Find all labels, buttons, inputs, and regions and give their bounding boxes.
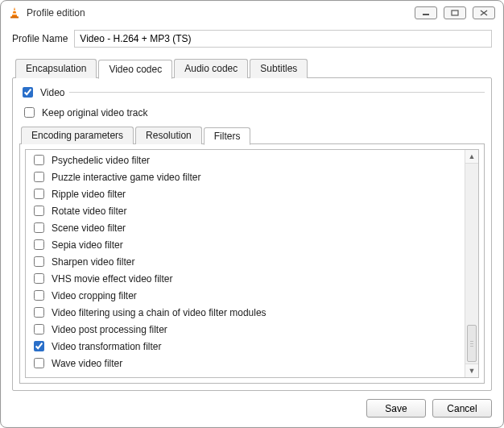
vlc-cone-icon <box>7 6 22 20</box>
scroll-up-arrow-icon[interactable]: ▲ <box>465 150 478 164</box>
filters-list: Psychedelic video filterPuzzle interacti… <box>26 150 465 377</box>
filter-item[interactable]: Video cropping filter <box>27 287 463 304</box>
titlebar: Profile edition <box>1 1 503 25</box>
filters-listbox: Psychedelic video filterPuzzle interacti… <box>25 149 479 378</box>
filter-label: Video transformation filter <box>52 340 162 353</box>
vertical-scrollbar[interactable]: ▲ ▼ <box>465 150 478 377</box>
subtab-resolution[interactable]: Resolution <box>135 127 202 144</box>
filter-checkbox[interactable] <box>34 155 44 165</box>
scroll-down-arrow-icon[interactable]: ▼ <box>465 364 478 377</box>
filter-item[interactable]: Video transformation filter <box>27 338 463 355</box>
filter-checkbox[interactable] <box>34 206 44 216</box>
filter-label: VHS movie effect video filter <box>52 272 173 285</box>
window-buttons <box>415 6 495 19</box>
filter-item[interactable]: VHS movie effect video filter <box>27 270 463 287</box>
keep-original-row: Keep original video track <box>21 105 485 120</box>
tab-audio-codec[interactable]: Audio codec <box>174 59 248 78</box>
filter-item[interactable]: Puzzle interactive game video filter <box>27 168 463 185</box>
svg-rect-1 <box>12 10 16 11</box>
filter-item[interactable]: Wave video filter <box>27 355 463 372</box>
filter-item[interactable]: Video post processing filter <box>27 321 463 338</box>
filter-label: Video filtering using a chain of video f… <box>52 306 266 319</box>
filter-checkbox[interactable] <box>34 239 44 250</box>
filter-label: Puzzle interactive game video filter <box>52 171 200 184</box>
dialog-profile-edition: Profile edition Profile Name Encapsulati… <box>0 0 504 428</box>
close-button[interactable] <box>473 6 495 19</box>
filter-item[interactable]: Rotate video filter <box>27 202 463 219</box>
tab-encapsulation[interactable]: Encapsulation <box>15 59 97 78</box>
profile-name-row: Profile Name <box>12 30 492 48</box>
filter-label: Scene video filter <box>52 222 126 235</box>
profile-name-input[interactable] <box>74 30 492 48</box>
save-button[interactable]: Save <box>366 399 426 418</box>
subpanel-filters: Psychedelic video filterPuzzle interacti… <box>19 143 485 384</box>
filter-item[interactable]: Video filtering using a chain of video f… <box>27 304 463 321</box>
tab-subtitles[interactable]: Subtitles <box>250 59 308 78</box>
svg-marker-0 <box>12 7 18 17</box>
filter-item[interactable]: Scene video filter <box>27 219 463 236</box>
dialog-footer: Save Cancel <box>12 391 492 418</box>
filter-label: Rotate video filter <box>52 205 126 218</box>
video-checkbox-label[interactable]: Video <box>40 87 64 98</box>
filter-checkbox[interactable] <box>34 307 44 318</box>
cancel-button[interactable]: Cancel <box>432 399 492 418</box>
scroll-track[interactable] <box>465 164 478 364</box>
filter-item[interactable]: Psychedelic video filter <box>27 152 463 168</box>
filter-checkbox[interactable] <box>34 222 44 233</box>
filter-checkbox[interactable] <box>34 273 44 284</box>
filter-checkbox[interactable] <box>34 189 44 199</box>
subtab-filters[interactable]: Filters <box>204 127 251 145</box>
filter-label: Wave video filter <box>52 357 122 370</box>
minimize-button[interactable] <box>415 6 437 19</box>
svg-rect-5 <box>452 10 458 15</box>
filter-checkbox[interactable] <box>34 358 44 368</box>
filter-label: Video post processing filter <box>52 323 167 336</box>
filter-checkbox[interactable] <box>34 256 44 267</box>
subtab-encoding[interactable]: Encoding parameters <box>21 127 134 144</box>
maximize-button[interactable] <box>444 6 466 19</box>
tabpanel-video-codec: Video Keep original video track Encoding… <box>12 77 492 391</box>
window-title: Profile edition <box>27 7 85 19</box>
filter-label: Video cropping filter <box>52 289 137 302</box>
filter-label: Ripple video filter <box>52 188 126 201</box>
tab-video-codec[interactable]: Video codec <box>98 60 172 79</box>
svg-rect-2 <box>12 14 18 15</box>
filter-checkbox[interactable] <box>34 290 44 301</box>
keep-original-label[interactable]: Keep original video track <box>42 107 147 118</box>
dialog-body: Profile Name Encapsulation Video codec A… <box>1 25 503 427</box>
video-checkbox[interactable] <box>23 87 33 98</box>
divider <box>69 92 485 93</box>
svg-rect-4 <box>423 14 429 15</box>
filter-item[interactable]: Sepia video filter <box>27 236 463 253</box>
main-tabs: Encapsulation Video codec Audio codec Su… <box>15 59 492 78</box>
filter-label: Psychedelic video filter <box>52 154 150 167</box>
filter-item[interactable]: Ripple video filter <box>27 185 463 202</box>
svg-rect-3 <box>10 17 19 19</box>
scroll-thumb[interactable] <box>467 325 477 362</box>
video-legend-row: Video <box>19 85 485 100</box>
keep-original-checkbox[interactable] <box>24 107 35 118</box>
sub-tabs: Encoding parameters Resolution Filters <box>21 127 485 144</box>
filter-checkbox[interactable] <box>34 172 44 182</box>
filter-item[interactable]: Sharpen video filter <box>27 253 463 270</box>
filter-label: Sepia video filter <box>52 239 123 251</box>
filter-checkbox[interactable] <box>34 341 44 351</box>
profile-name-label: Profile Name <box>12 33 68 44</box>
filter-label: Sharpen video filter <box>52 256 134 268</box>
filter-checkbox[interactable] <box>34 324 44 335</box>
